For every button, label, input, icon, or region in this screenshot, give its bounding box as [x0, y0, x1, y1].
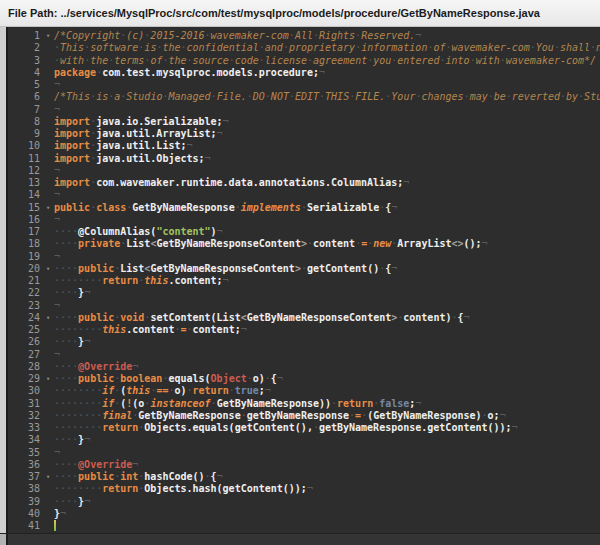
code-token: GetByNameResponseContent	[150, 263, 295, 274]
whitespace-dots: ·	[205, 471, 211, 482]
code-line: 31········if·(!(o·instanceof·GetByNameRe…	[8, 398, 600, 410]
whitespace-dots: ·	[114, 398, 120, 409]
eol-marker: ¬	[54, 104, 60, 115]
fold-arrow-icon[interactable]: ▾	[42, 263, 54, 275]
whitespace-dots: ········	[54, 398, 102, 409]
code-text[interactable]: ¬	[54, 79, 600, 91]
fold-gutter	[42, 165, 54, 177]
whitespace-dots: ········	[54, 483, 102, 494]
code-text[interactable]: ¬	[54, 165, 600, 177]
code-text[interactable]: import·java.io.Serializable;¬	[54, 116, 600, 128]
code-text[interactable]: /*This·is·a·Studio·Managed·File.·DO·NOT·…	[54, 91, 600, 103]
code-token: ·(GetByNameResponse)·o;	[361, 410, 500, 421]
code-line: 9import·java.util.ArrayList;¬	[8, 128, 600, 140]
line-number: 33	[8, 422, 42, 434]
code-text[interactable]: ¬	[54, 214, 600, 226]
eol-marker: ¬	[277, 373, 283, 384]
whitespace-dots: ····	[54, 496, 78, 507]
whitespace-dots: ·	[162, 373, 168, 384]
code-text[interactable]: ····public·void·setContent(List<GetByNam…	[54, 312, 600, 324]
code-text[interactable]: import·java.util.ArrayList;¬	[54, 128, 600, 140]
fold-arrow-icon[interactable]: ▾	[42, 30, 54, 42]
line-number: 39	[8, 496, 42, 508]
code-text[interactable]: ····}¬	[54, 287, 600, 299]
code-token: ·content;	[187, 324, 241, 335]
code-text[interactable]: import·com.wavemaker.runtime.data.annota…	[54, 177, 600, 189]
line-number: 31	[8, 398, 42, 410]
code-token: ····}	[54, 434, 84, 445]
fold-gutter	[42, 398, 54, 410]
code-text[interactable]: ········return·Objects.hash(getContent()…	[54, 483, 600, 495]
fold-gutter	[42, 91, 54, 103]
code-text[interactable]: ········return·Objects.equals(getContent…	[54, 422, 600, 434]
fold-gutter	[42, 128, 54, 140]
whitespace-dots: ·	[385, 91, 391, 102]
line-number: 3	[8, 55, 42, 67]
fold-arrow-icon[interactable]: ▾	[42, 202, 54, 214]
code-token: ·(	[114, 385, 126, 396]
code-text[interactable]: ·This·software·is·the·confidential·and·p…	[54, 42, 600, 54]
code-text[interactable]: ·with·the·terms·of·the·source·code·licen…	[54, 55, 600, 67]
code-token: return	[102, 483, 138, 494]
fold-arrow-icon[interactable]: ▾	[42, 471, 54, 483]
code-token: this	[144, 275, 168, 286]
code-text[interactable]: import·java.util.Objects;¬	[54, 153, 600, 165]
code-line: 19¬	[8, 251, 600, 263]
code-token: ····@ColumnAlias(	[54, 226, 156, 237]
code-text[interactable]: ········return·this.content;¬	[54, 275, 600, 287]
code-text[interactable]: ¬	[54, 189, 600, 201]
code-token: ········	[54, 483, 102, 494]
code-token: ····	[54, 361, 78, 372]
code-text[interactable]: import·java.util.List;¬	[54, 140, 600, 152]
whitespace-dots: ·	[307, 55, 313, 66]
code-text[interactable]: package·com.test.mysqlproc.models.proced…	[54, 67, 600, 79]
code-token: ·java.util.ArrayList;	[90, 128, 216, 139]
code-text[interactable]: ········this.content·=·content;¬	[54, 324, 600, 336]
code-text[interactable]: ····public·boolean·equals(Object·o)·{¬	[54, 373, 600, 385]
code-text[interactable]: ····@Override¬	[54, 361, 600, 373]
code-text[interactable]: /*Copyright·(c)·2015-2016·wavemaker-com·…	[54, 30, 600, 42]
code-text[interactable]: ····public·int·hashCode()·{¬	[54, 471, 600, 483]
code-text[interactable]: ¬	[54, 104, 600, 116]
code-text[interactable]: ····private·List<GetByNameResponseConten…	[54, 238, 600, 250]
code-line: 15▾public·class·GetByNameResponse·implem…	[8, 202, 600, 214]
code-text[interactable]: ····}¬	[54, 336, 600, 348]
code-text[interactable]: ········if·(!(o·instanceof·GetByNameResp…	[54, 398, 600, 410]
whitespace-dots: ·	[120, 238, 126, 249]
code-editor[interactable]: 1▾/*Copyright·(c)·2015-2016·wavemaker-co…	[8, 27, 600, 533]
code-text[interactable]: }¬	[54, 508, 600, 520]
fold-arrow-icon[interactable]: ▾	[42, 312, 54, 324]
code-text[interactable]: ¬	[54, 349, 600, 361]
fold-gutter	[42, 189, 54, 201]
whitespace-dots: ····	[54, 361, 78, 372]
code-token: ·This·software·is·the·confidential·and·p…	[54, 42, 600, 53]
code-text[interactable]: public·class·GetByNameResponse·implement…	[54, 202, 600, 214]
code-text[interactable]: ····}¬	[54, 496, 600, 508]
code-line: 5¬	[8, 79, 600, 91]
code-token: instanceof	[150, 398, 210, 409]
whitespace-dots: ·	[355, 30, 361, 41]
fold-gutter	[42, 79, 54, 91]
code-line: 8import·java.io.Serializable;¬	[8, 116, 600, 128]
code-text[interactable]: ····}¬	[54, 434, 600, 446]
whitespace-dots: ·	[144, 55, 150, 66]
code-line: 4package·com.test.mysqlproc.models.proce…	[8, 67, 600, 79]
code-token: if	[102, 398, 114, 409]
code-text[interactable]: ····@Override¬	[54, 459, 600, 471]
code-text[interactable]: ····public·List<GetByNameResponseContent…	[54, 263, 600, 275]
whitespace-dots: ·	[355, 42, 361, 53]
code-text[interactable]	[54, 520, 600, 532]
fold-arrow-icon[interactable]: ▾	[42, 373, 54, 385]
code-text[interactable]: ········if·(this·==·o)·return·true;¬	[54, 385, 600, 397]
code-text[interactable]: ¬	[54, 251, 600, 263]
code-text[interactable]: ¬	[54, 447, 600, 459]
whitespace-dots: ·	[96, 67, 102, 78]
fold-gutter	[42, 42, 54, 54]
whitespace-dots: ·	[90, 153, 96, 164]
code-text[interactable]: ········final·GetByNameResponse·getByNam…	[54, 410, 600, 422]
code-text[interactable]: ¬	[54, 300, 600, 312]
code-token: ·content)·{	[397, 312, 463, 323]
whitespace-dots: ·	[90, 116, 96, 127]
whitespace-dots: ·	[289, 91, 295, 102]
code-text[interactable]: ····@ColumnAlias("content")¬	[54, 226, 600, 238]
